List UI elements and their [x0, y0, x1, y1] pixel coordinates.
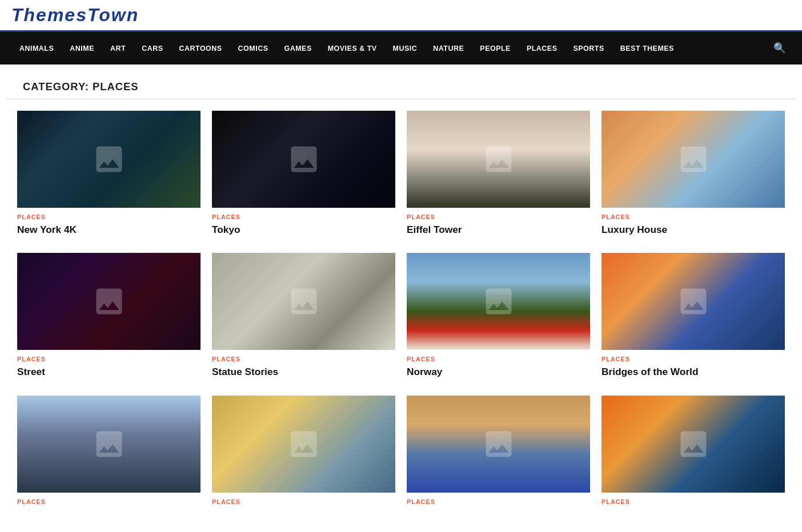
card-thumbnail-r3 — [407, 396, 590, 493]
card-r4[interactable]: PLACES — [602, 396, 785, 508]
card-grid: PLACES New York 4K PLACES Tokyo PLACES E… — [0, 111, 802, 531]
nav-item-best-themes[interactable]: BEST THEMES — [612, 34, 682, 63]
card-category-r1: PLACES — [17, 498, 201, 505]
card-category-r3: PLACES — [407, 498, 590, 505]
card-ny[interactable]: PLACES New York 4K — [17, 111, 201, 236]
card-category-street: PLACES — [17, 356, 201, 362]
card-category-luxury: PLACES — [602, 213, 785, 220]
nav-item-cars[interactable]: CARS — [134, 34, 171, 63]
nav-item-games[interactable]: GAMES — [276, 34, 319, 63]
nav-item-cartoons[interactable]: CARTOONS — [171, 34, 230, 63]
card-category-statue: PLACES — [212, 356, 395, 362]
card-luxury[interactable]: PLACES Luxury House — [602, 111, 785, 236]
card-image-r2 — [212, 396, 395, 493]
card-image-r4 — [602, 396, 785, 493]
card-image-bridges — [602, 253, 785, 350]
nav-item-people[interactable]: PEOPLE — [472, 34, 519, 63]
category-title: CATEGORY: PLACES — [6, 65, 796, 99]
search-icon[interactable]: 🔍 — [769, 32, 791, 65]
card-category-ny: PLACES — [17, 213, 201, 220]
card-image-r1 — [17, 396, 201, 493]
card-title-bridges: Bridges of the World — [602, 365, 785, 378]
card-r2[interactable]: PLACES — [212, 396, 395, 508]
nav-item-places[interactable]: PLACES — [519, 34, 566, 63]
card-image-norway — [407, 253, 590, 350]
nav-item-animals[interactable]: ANIMALS — [11, 34, 62, 63]
card-category-norway: PLACES — [407, 356, 590, 362]
card-image-street — [17, 253, 201, 350]
card-thumbnail-ny — [17, 111, 201, 208]
card-thumbnail-street — [17, 253, 201, 350]
nav-item-comics[interactable]: COMICS — [230, 34, 276, 63]
card-title-tokyo: Tokyo — [212, 223, 395, 236]
site-logo[interactable]: ThemesTown — [11, 5, 139, 25]
card-title-statue: Statue Stories — [212, 365, 395, 378]
nav-item-movies---tv[interactable]: MOVIES & TV — [320, 34, 385, 63]
main-nav: ANIMALSANIMEARTCARSCARTOONSCOMICSGAMESMO… — [0, 32, 802, 65]
card-thumbnail-eiffel — [407, 111, 590, 208]
card-statue[interactable]: PLACES Statue Stories — [212, 253, 395, 378]
nav-item-art[interactable]: ART — [102, 34, 134, 63]
card-image-ny — [17, 111, 201, 208]
card-r1[interactable]: PLACES — [17, 396, 201, 508]
nav-item-anime[interactable]: ANIME — [62, 34, 102, 63]
card-thumbnail-norway — [407, 253, 590, 350]
card-image-r3 — [407, 396, 590, 493]
card-thumbnail-r1 — [17, 396, 201, 493]
card-title-norway: Norway — [407, 365, 590, 378]
card-category-eiffel: PLACES — [407, 213, 590, 220]
nav-item-sports[interactable]: SPORTS — [565, 34, 612, 63]
card-title-eiffel: Eiffel Tower — [407, 223, 590, 236]
card-norway[interactable]: PLACES Norway — [407, 253, 590, 378]
card-thumbnail-statue — [212, 253, 395, 350]
card-tokyo[interactable]: PLACES Tokyo — [212, 111, 395, 236]
card-thumbnail-bridges — [602, 253, 785, 350]
nav-item-music[interactable]: MUSIC — [385, 34, 426, 63]
card-thumbnail-r2 — [212, 396, 395, 493]
nav-item-nature[interactable]: NATURE — [425, 34, 472, 63]
card-category-tokyo: PLACES — [212, 213, 395, 220]
card-image-eiffel — [407, 111, 590, 208]
card-title-ny: New York 4K — [17, 223, 201, 236]
card-thumbnail-r4 — [602, 396, 785, 493]
card-eiffel[interactable]: PLACES Eiffel Tower — [407, 111, 590, 236]
card-thumbnail-luxury — [602, 111, 785, 208]
card-category-r4: PLACES — [602, 498, 785, 505]
card-title-street: Street — [17, 365, 201, 378]
card-thumbnail-tokyo — [212, 111, 395, 208]
logo-bar: ThemesTown — [0, 0, 802, 32]
card-category-r2: PLACES — [212, 498, 395, 505]
card-image-statue — [212, 253, 395, 350]
card-image-tokyo — [212, 111, 395, 208]
card-bridges[interactable]: PLACES Bridges of the World — [602, 253, 785, 378]
card-street[interactable]: PLACES Street — [17, 253, 201, 378]
card-category-bridges: PLACES — [602, 356, 785, 362]
card-title-luxury: Luxury House — [602, 223, 785, 236]
card-image-luxury — [602, 111, 785, 208]
card-r3[interactable]: PLACES — [407, 396, 590, 508]
